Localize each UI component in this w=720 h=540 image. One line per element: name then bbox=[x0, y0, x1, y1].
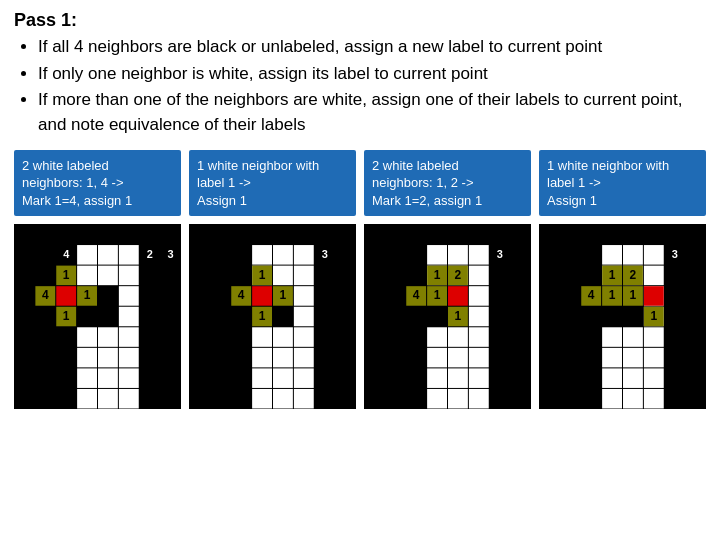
bullet-3: If more than one of the neighbors are wh… bbox=[38, 88, 706, 137]
bullet-list: If all 4 neighbors are black or unlabele… bbox=[14, 35, 706, 138]
image-2 bbox=[189, 224, 356, 409]
cards-row: 2 white labeled neighbors: 1, 4 -> Mark … bbox=[14, 150, 706, 217]
image-canvas-3 bbox=[364, 224, 531, 409]
image-canvas-4 bbox=[539, 224, 706, 409]
card-2: 1 white neighbor with label 1 -> Assign … bbox=[189, 150, 356, 217]
image-canvas-2 bbox=[189, 224, 356, 409]
image-4 bbox=[539, 224, 706, 409]
pass-title: Pass 1: bbox=[14, 10, 706, 31]
bullet-1: If all 4 neighbors are black or unlabele… bbox=[38, 35, 706, 60]
card-4: 1 white neighbor with label 1 -> Assign … bbox=[539, 150, 706, 217]
bullet-2: If only one neighbor is white, assign it… bbox=[38, 62, 706, 87]
images-row bbox=[14, 224, 706, 409]
image-3 bbox=[364, 224, 531, 409]
card-3: 2 white labeled neighbors: 1, 2 -> Mark … bbox=[364, 150, 531, 217]
card-1: 2 white labeled neighbors: 1, 4 -> Mark … bbox=[14, 150, 181, 217]
image-1 bbox=[14, 224, 181, 409]
image-canvas-1 bbox=[14, 224, 181, 409]
